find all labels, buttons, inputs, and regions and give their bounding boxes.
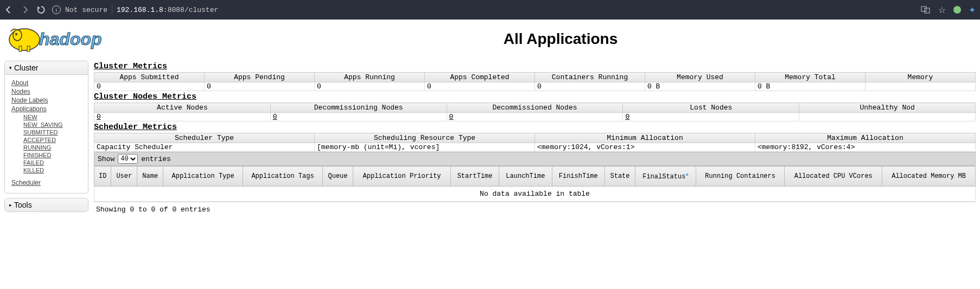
table-row: 0 0 0 0 0 0 B 0 B (94, 82, 976, 91)
sidebar-link-about[interactable]: About (11, 79, 82, 87)
sidebar-link-scheduler[interactable]: Scheduler (11, 179, 82, 187)
cell-value (799, 113, 976, 121)
col-resource-type[interactable]: Scheduling Resource Type (315, 133, 535, 143)
col-app-priority[interactable]: Application Priority (353, 166, 451, 187)
apps-length-control: Show 40 entries (94, 152, 976, 166)
triangle-down-icon: ▾ (9, 65, 12, 70)
sidebar: ▾ Cluster About Nodes Node Labels Applic… (4, 61, 88, 217)
col-min-allocation[interactable]: Minimum Allocation (535, 133, 755, 143)
browser-chrome: i Not secure 192.168.1.8:8088/cluster ☆ … (0, 0, 980, 20)
svg-point-3 (13, 30, 22, 41)
section-cluster-metrics[interactable]: Cluster Metrics (94, 61, 976, 72)
entries-label: entries (141, 155, 171, 163)
table-row: 0 0 0 0 (94, 113, 976, 121)
translate-icon[interactable] (921, 5, 931, 15)
forward-icon[interactable] (21, 5, 29, 14)
cell-value: 0 (535, 82, 645, 91)
col-name[interactable]: Name (137, 166, 163, 187)
sidebar-link-finished[interactable]: FINISHED (23, 152, 82, 158)
col-user[interactable]: User (111, 166, 137, 187)
col-memory-used[interactable]: Memory Used (645, 73, 755, 82)
no-data-cell: No data available in table (94, 187, 976, 202)
col-id[interactable]: ID (94, 166, 111, 187)
cell-value[interactable]: 0 (270, 113, 447, 121)
col-scheduler-type[interactable]: Scheduler Type (94, 133, 315, 143)
col-finish-time[interactable]: FinishTime (552, 166, 604, 187)
cell-value: 0 (94, 82, 205, 91)
sidebar-link-new[interactable]: NEW (23, 114, 82, 120)
col-app-type[interactable]: Application Type (163, 166, 243, 187)
cell-value: 0 (315, 82, 425, 91)
cell-value[interactable]: 0 (447, 113, 623, 121)
status-dot-icon (953, 6, 961, 14)
cell-value (866, 82, 976, 91)
col-start-time[interactable]: StartTime (451, 166, 499, 187)
cell-value: [memory-mb (unit=Mi), vcores] (315, 143, 535, 152)
sidebar-link-nodes[interactable]: Nodes (11, 88, 82, 95)
col-active-nodes[interactable]: Active Nodes (94, 103, 271, 113)
sidebar-link-killed[interactable]: KILLED (23, 167, 82, 174)
hadoop-logo[interactable]: hadoop (5, 23, 147, 55)
col-launch-time[interactable]: LaunchTime (499, 166, 552, 187)
sidebar-link-applications[interactable]: Applications (11, 105, 82, 113)
sidebar-header-tools[interactable]: ▸ Tools (5, 198, 88, 211)
col-apps-submitted[interactable]: Apps Submitted (94, 73, 205, 82)
col-decommissioning[interactable]: Decommissioning Nodes (270, 103, 447, 113)
show-label: Show (98, 155, 114, 163)
col-memory-total[interactable]: Memory Total (755, 73, 866, 82)
cell-value[interactable]: 0 (623, 113, 799, 121)
col-alloc-mem[interactable]: Allocated Memory MB (882, 166, 976, 187)
col-containers-running[interactable]: Containers Running (535, 73, 645, 82)
entries-select[interactable]: 40 (118, 154, 138, 164)
back-icon[interactable] (4, 5, 13, 14)
scheduler-metrics-table: Scheduler Type Scheduling Resource Type … (94, 133, 976, 152)
bookmark-star-icon[interactable]: ☆ (938, 5, 946, 15)
sidebar-link-failed[interactable]: FAILED (23, 159, 82, 166)
svg-rect-6 (27, 46, 30, 52)
sidebar-link-accepted[interactable]: ACCEPTED (23, 137, 82, 143)
section-scheduler-metrics[interactable]: Scheduler Metrics (94, 121, 976, 133)
sidebar-panel-tools: ▸ Tools (4, 198, 88, 212)
cell-value: <memory:8192, vCores:4> (755, 143, 976, 152)
reload-icon[interactable] (37, 5, 46, 14)
cluster-metrics-table: Apps Submitted Apps Pending Apps Running… (94, 72, 976, 91)
sidebar-header-cluster[interactable]: ▾ Cluster (5, 61, 88, 75)
cell-value[interactable]: 0 (94, 113, 271, 121)
sidebar-cluster-label: Cluster (14, 63, 38, 72)
apps-table-footer: Showing 0 to 0 of 0 entries (94, 202, 976, 217)
page-title: All Applications (147, 30, 975, 48)
col-lost-nodes[interactable]: Lost Nodes (623, 103, 799, 113)
col-memory[interactable]: Memory (866, 73, 976, 82)
table-row: Capacity Scheduler [memory-mb (unit=Mi),… (94, 143, 976, 152)
col-alloc-cpu[interactable]: Allocated CPU VCores (785, 166, 882, 187)
col-apps-pending[interactable]: Apps Pending (205, 73, 315, 82)
applications-table: ID User Name Application Type Applicatio… (94, 166, 976, 202)
col-apps-running[interactable]: Apps Running (315, 73, 425, 82)
extension-icon[interactable]: ✦ (969, 5, 976, 15)
section-node-metrics[interactable]: Cluster Nodes Metrics (94, 91, 976, 102)
security-label: Not secure (65, 6, 107, 14)
no-data-row: No data available in table (94, 187, 976, 202)
node-metrics-table: Active Nodes Decommissioning Nodes Decom… (94, 102, 976, 121)
sidebar-link-submitted[interactable]: SUBMITTED (23, 129, 82, 136)
info-icon[interactable]: i (52, 5, 61, 14)
col-decommissioned[interactable]: Decommissioned Nodes (447, 103, 623, 113)
address-bar[interactable]: i Not secure 192.168.1.8:8088/cluster (52, 5, 914, 15)
cell-value: 0 (425, 82, 535, 91)
col-max-allocation[interactable]: Maximum Allocation (755, 133, 976, 143)
col-final-status[interactable]: FinalStatus▲ (635, 166, 696, 187)
col-state[interactable]: State (604, 166, 635, 187)
cell-value: <memory:1024, vCores:1> (535, 143, 755, 152)
sidebar-link-running[interactable]: RUNNING (23, 144, 82, 151)
cell-value: 0 B (645, 82, 755, 91)
cell-value: 0 (205, 82, 315, 91)
sidebar-link-new-saving[interactable]: NEW_SAVING (23, 121, 82, 128)
col-queue[interactable]: Queue (322, 166, 353, 187)
col-running-containers[interactable]: Running Containers (696, 166, 784, 187)
col-unhealthy-nodes[interactable]: Unhealthy Nod (799, 103, 976, 113)
col-apps-completed[interactable]: Apps Completed (425, 73, 535, 82)
sidebar-link-node-labels[interactable]: Node Labels (11, 97, 82, 104)
url-text: 192.168.1.8:8088/cluster (117, 6, 218, 14)
col-app-tags[interactable]: Application Tags (243, 166, 323, 187)
svg-rect-5 (19, 46, 22, 52)
